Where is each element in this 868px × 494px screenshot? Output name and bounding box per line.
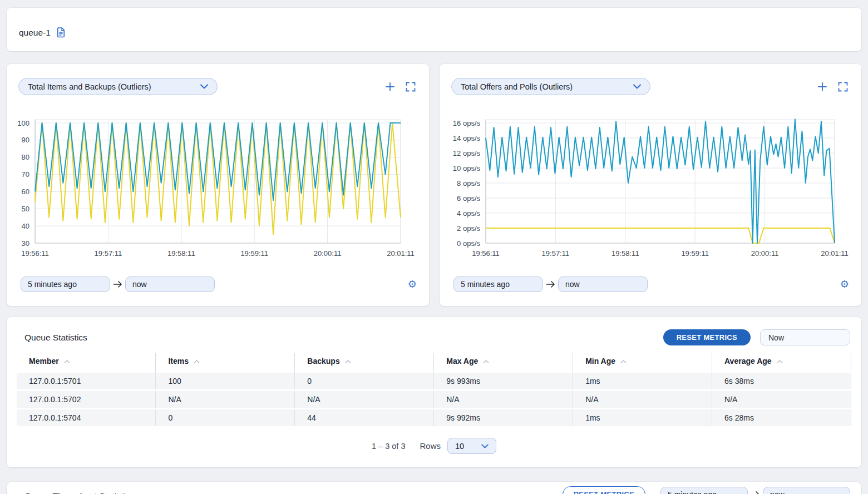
expand-chart-button[interactable]: [838, 82, 848, 92]
table-cell: N/A: [434, 391, 573, 409]
table-cell: 100: [156, 373, 295, 391]
column-header-items[interactable]: Items: [156, 353, 295, 373]
svg-text:19:56:11: 19:56:11: [472, 249, 500, 258]
chevron-down-icon: [633, 84, 641, 89]
chevron-up-icon: [345, 360, 351, 364]
chevron-down-icon: [481, 444, 489, 448]
svg-text:8 ops/s: 8 ops/s: [457, 179, 480, 187]
expand-chart-button[interactable]: [406, 82, 416, 92]
svg-text:80: 80: [22, 153, 29, 161]
add-chart-button[interactable]: [385, 82, 395, 92]
arrow-right-icon: [546, 280, 555, 288]
svg-text:70: 70: [22, 170, 29, 179]
line-chart-offers-polls: 16 ops/s14 ops/s12 ops/s10 ops/s8 ops/s6…: [440, 111, 861, 261]
chevron-down-icon: [200, 84, 208, 89]
rows-per-page-label: Rows: [420, 441, 441, 451]
gear-icon: ⚙: [840, 279, 849, 289]
svg-text:12 ops/s: 12 ops/s: [453, 149, 481, 157]
table-cell: N/A: [712, 391, 851, 409]
svg-text:20:01:11: 20:01:11: [387, 249, 415, 258]
svg-text:16 ops/s: 16 ops/s: [453, 119, 481, 127]
table-cell: 127.0.0.1:5701: [17, 373, 156, 391]
svg-text:100: 100: [17, 119, 29, 127]
rows-per-page-select[interactable]: 10: [447, 438, 496, 454]
section-title: Queue Throughput Statistics: [24, 491, 134, 494]
reset-metrics-button[interactable]: RESET METRICS: [663, 329, 751, 345]
queue-statistics-section: Queue Statistics RESET METRICS Now Membe…: [7, 317, 861, 467]
table-cell: 1ms: [573, 409, 712, 427]
rows-per-page-value: 10: [455, 442, 464, 451]
gear-icon: ⚙: [408, 279, 417, 289]
svg-text:0 ops/s: 0 ops/s: [457, 239, 480, 248]
chevron-up-icon: [64, 360, 70, 364]
expand-icon: [406, 82, 416, 92]
svg-text:19:59:11: 19:59:11: [240, 249, 268, 258]
metric-selector[interactable]: Total Offers and Polls (Outliers): [451, 78, 650, 95]
stats-time-input[interactable]: Now: [760, 329, 850, 345]
table-row: 127.0.0.1:57040449s 992ms1ms6s 28ms: [17, 409, 851, 427]
time-to-input[interactable]: now: [763, 487, 850, 494]
add-chart-button[interactable]: [817, 82, 827, 92]
reset-metrics-button[interactable]: RESET METRICS: [563, 486, 645, 494]
chart-panel-items-backups: Total Items and Backups (Outliers) 10090…: [7, 64, 429, 306]
table-cell: 0: [156, 409, 295, 427]
svg-text:10 ops/s: 10 ops/s: [453, 164, 481, 172]
svg-text:19:58:11: 19:58:11: [167, 249, 195, 258]
document-icon[interactable]: [56, 27, 66, 38]
table-cell: 6s 28ms: [712, 409, 851, 427]
time-from-input[interactable]: 5 minutes ago: [21, 276, 110, 292]
svg-text:20:00:11: 20:00:11: [314, 249, 342, 258]
table-cell: 127.0.0.1:5702: [17, 391, 156, 409]
svg-text:14 ops/s: 14 ops/s: [453, 134, 481, 142]
svg-text:2 ops/s: 2 ops/s: [457, 224, 480, 233]
chart-settings-button[interactable]: ⚙: [840, 279, 849, 289]
column-header-min-age[interactable]: Min Age: [573, 353, 712, 373]
column-header-member[interactable]: Member: [17, 353, 156, 373]
table-row: 127.0.0.1:570110009s 993ms1ms6s 38ms: [17, 373, 851, 391]
chart-settings-button[interactable]: ⚙: [408, 279, 417, 289]
svg-text:19:57:11: 19:57:11: [95, 249, 122, 258]
section-title: Queue Statistics: [24, 333, 87, 343]
column-header-average-age[interactable]: Average Age: [712, 353, 851, 373]
table-cell: 9s 993ms: [434, 373, 573, 391]
metric-selector[interactable]: Total Items and Backups (Outliers): [18, 78, 218, 95]
column-header-max-age[interactable]: Max Age: [434, 353, 573, 373]
svg-text:60: 60: [22, 187, 29, 196]
time-to-input[interactable]: now: [558, 276, 648, 292]
chart-panel-offers-polls: Total Offers and Polls (Outliers) 16 ops…: [440, 64, 861, 306]
svg-text:20:00:11: 20:00:11: [751, 249, 779, 258]
svg-text:90: 90: [22, 136, 29, 144]
arrow-right-icon: [113, 280, 122, 288]
table-cell: 1ms: [573, 373, 712, 391]
svg-text:4 ops/s: 4 ops/s: [457, 209, 480, 218]
svg-text:6 ops/s: 6 ops/s: [457, 194, 480, 202]
arrow-right-icon: [751, 491, 760, 494]
table-cell: 6s 38ms: [712, 373, 851, 391]
svg-text:20:01:11: 20:01:11: [821, 249, 849, 258]
queue-statistics-table: MemberItemsBackupsMax AgeMin AgeAverage …: [17, 353, 851, 428]
time-to-input[interactable]: now: [125, 276, 215, 292]
line-chart-items-backups: 1009080706050403019:56:1119:57:1119:58:1…: [7, 111, 429, 261]
table-row: 127.0.0.1:5702N/AN/AN/AN/AN/A: [17, 391, 851, 409]
table-cell: 0: [295, 373, 434, 391]
plus-icon: [385, 82, 395, 92]
table-cell: 127.0.0.1:5704: [17, 409, 156, 427]
table-cell: N/A: [573, 391, 712, 409]
chevron-up-icon: [194, 360, 200, 364]
metric-selector-value: Total Items and Backups (Outliers): [28, 82, 151, 91]
chevron-up-icon: [777, 360, 783, 364]
metric-selector-value: Total Offers and Polls (Outliers): [461, 82, 573, 91]
svg-text:19:56:11: 19:56:11: [21, 249, 49, 258]
svg-text:19:57:11: 19:57:11: [542, 249, 570, 258]
time-from-input[interactable]: 5 minutes ago: [660, 487, 748, 494]
column-header-backups[interactable]: Backups: [295, 353, 434, 373]
time-from-input[interactable]: 5 minutes ago: [453, 276, 543, 292]
chevron-up-icon: [483, 360, 489, 364]
svg-text:40: 40: [22, 222, 29, 230]
table-cell: 9s 992ms: [434, 409, 573, 427]
table-cell: N/A: [156, 391, 295, 409]
queue-header-card: queue-1: [7, 8, 861, 51]
svg-text:50: 50: [22, 205, 29, 213]
svg-text:30: 30: [22, 239, 29, 248]
table-cell: N/A: [295, 391, 434, 409]
